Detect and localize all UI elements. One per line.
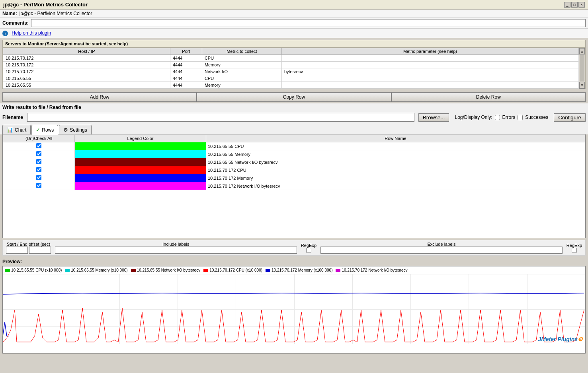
server-buttons-row: Add Row Copy Row Delete Row xyxy=(0,91,588,103)
tab-settings-label: Settings xyxy=(70,127,87,133)
maximize-button[interactable]: □ xyxy=(571,2,578,8)
rows-table-row: 10.215.70.172 Network I/O bytesrecv xyxy=(3,182,585,190)
col-port: Port xyxy=(170,48,202,55)
server-row[interactable]: 10.215.70.172 4444 Memory xyxy=(3,62,579,68)
rows-table-row: 10.215.70.172 CPU xyxy=(3,166,585,174)
row-name-cell: 10.215.70.172 Network I/O bytesrecv xyxy=(206,182,585,190)
settings-icon: ⚙ xyxy=(63,127,68,133)
server-host: 10.215.70.172 xyxy=(3,55,170,62)
rows-panel: (Un)Check All Legend Color Row Name 10.2… xyxy=(2,134,586,238)
row-checkbox-cell[interactable] xyxy=(3,158,75,166)
server-param xyxy=(281,75,578,82)
row-name-cell: 10.215.65.55 Memory xyxy=(206,150,585,158)
row-checkbox-cell[interactable] xyxy=(3,142,75,150)
server-param xyxy=(281,62,578,68)
row-color-cell xyxy=(75,158,206,166)
row-color-cell xyxy=(75,142,206,150)
legend-label: 10.215.70.172 Network I/O bytesrecv xyxy=(342,268,407,272)
configure-button[interactable]: Configure xyxy=(554,113,586,122)
jmeter-watermark: JMeter Plugins⚙ xyxy=(538,336,583,342)
help-link[interactable]: Help on this plugin xyxy=(9,29,53,37)
rows-empty-space xyxy=(3,190,585,238)
scroll-up-btn[interactable]: ▲ xyxy=(579,48,585,54)
servers-table-header: Host / IP Port Metric to collect Metric … xyxy=(3,48,579,55)
server-port: 4444 xyxy=(170,55,202,62)
server-host: 10.215.70.172 xyxy=(3,68,170,75)
legend-item: 10.215.70.172 Network I/O bytesrecv xyxy=(336,268,407,272)
successes-checkbox[interactable] xyxy=(518,115,523,120)
row-checkbox[interactable] xyxy=(36,183,41,188)
rows-table-header: (Un)Check All Legend Color Row Name xyxy=(3,135,585,142)
scroll-thumb[interactable] xyxy=(580,55,584,82)
row-checkbox[interactable] xyxy=(36,175,41,180)
log-display-section: Log/Display Only: Errors Successes xyxy=(455,115,548,120)
row-checkbox-cell[interactable] xyxy=(3,150,75,158)
row-checkbox[interactable] xyxy=(36,159,41,164)
legend-label: 10.215.70.172 CPU (x10 000) xyxy=(209,268,262,272)
delete-row-button[interactable]: Delete Row xyxy=(391,92,586,102)
server-param xyxy=(281,55,578,62)
scroll-down-btn[interactable]: ▼ xyxy=(579,82,585,88)
server-metric: Memory xyxy=(202,82,281,89)
start-end-group: Start / End offset (sec) xyxy=(6,242,51,254)
server-row[interactable]: 10.215.70.172 4444 Network I/O bytesrecv xyxy=(3,68,579,75)
add-row-button[interactable]: Add Row xyxy=(2,92,197,102)
regexp-checkbox[interactable] xyxy=(306,248,311,253)
tab-rows[interactable]: ✓ Rows xyxy=(31,125,58,135)
row-checkbox-cell[interactable] xyxy=(3,166,75,174)
row-checkbox[interactable] xyxy=(36,167,41,172)
server-row[interactable]: 10.215.65.55 4444 Memory xyxy=(3,82,579,89)
tab-rows-label: Rows xyxy=(42,127,54,133)
legend-label: 10.215.65.55 CPU (x10 000) xyxy=(11,268,62,272)
row-checkbox[interactable] xyxy=(36,151,41,156)
servers-table-container: Host / IP Port Metric to collect Metric … xyxy=(3,48,585,89)
server-host: 10.215.70.172 xyxy=(3,62,170,68)
server-param: bytesrecv xyxy=(281,68,578,75)
rows-table-row: 10.215.65.55 CPU xyxy=(3,142,585,150)
regexp2-group: RegExp xyxy=(567,243,582,253)
minimize-button[interactable]: _ xyxy=(564,2,570,8)
servers-scrollbar[interactable]: ▲ ▼ xyxy=(579,48,585,89)
name-row: Name: jp@gc - PerfMon Metrics Collector xyxy=(0,10,588,18)
tab-settings[interactable]: ⚙ Settings xyxy=(59,125,91,134)
comments-input[interactable] xyxy=(31,19,586,27)
info-icon: i xyxy=(2,31,8,36)
filename-input[interactable] xyxy=(27,113,414,122)
exclude-labels-input[interactable] xyxy=(320,247,563,254)
include-labels-input[interactable] xyxy=(55,247,297,254)
server-port: 4444 xyxy=(170,68,202,75)
row-color-cell xyxy=(75,182,206,190)
tab-chart[interactable]: 📊 Chart xyxy=(2,125,31,134)
errors-checkbox[interactable] xyxy=(495,115,500,120)
include-labels-group: Include labels xyxy=(55,242,297,254)
server-row[interactable]: 10.215.65.55 4444 CPU xyxy=(3,75,579,82)
rows-table-row: 10.215.65.55 Network I/O bytesrecv xyxy=(3,158,585,166)
filename-label: Filename xyxy=(2,115,23,120)
row-color-cell xyxy=(75,150,206,158)
col-check-all[interactable]: (Un)Check All xyxy=(3,135,75,142)
server-port: 4444 xyxy=(170,62,202,68)
regexp2-checkbox[interactable] xyxy=(572,248,577,253)
server-host: 10.215.65.55 xyxy=(3,82,170,89)
start-end-label: Start / End offset (sec) xyxy=(7,242,50,247)
chart-plot: JMeter Plugins⚙ xyxy=(3,274,585,344)
close-button[interactable]: × xyxy=(578,2,585,8)
col-row-name: Row Name xyxy=(206,135,585,142)
legend-color-swatch xyxy=(131,269,136,272)
chart-legend: 10.215.65.55 CPU (x10 000)10.215.65.55 M… xyxy=(3,266,585,274)
row-checkbox[interactable] xyxy=(36,143,41,148)
browse-button[interactable]: Browse... xyxy=(418,113,449,122)
row-checkbox-cell[interactable] xyxy=(3,174,75,182)
copy-row-button[interactable]: Copy Row xyxy=(197,92,391,102)
write-results-label-row: Write results to file / Read from file xyxy=(0,103,588,111)
preview-label: Preview: xyxy=(2,257,586,266)
server-port: 4444 xyxy=(170,75,202,82)
start-offset-input[interactable] xyxy=(6,247,28,254)
end-offset-input[interactable] xyxy=(29,247,51,254)
regexp2-label: RegExp xyxy=(567,243,582,248)
include-labels-label: Include labels xyxy=(162,242,189,247)
row-checkbox-cell[interactable] xyxy=(3,182,75,190)
server-row[interactable]: 10.215.70.172 4444 CPU xyxy=(3,55,579,62)
servers-header: Servers to Monitor (ServerAgent must be … xyxy=(3,40,585,48)
legend-item: 10.215.65.55 Memory (x10 000) xyxy=(65,268,127,272)
